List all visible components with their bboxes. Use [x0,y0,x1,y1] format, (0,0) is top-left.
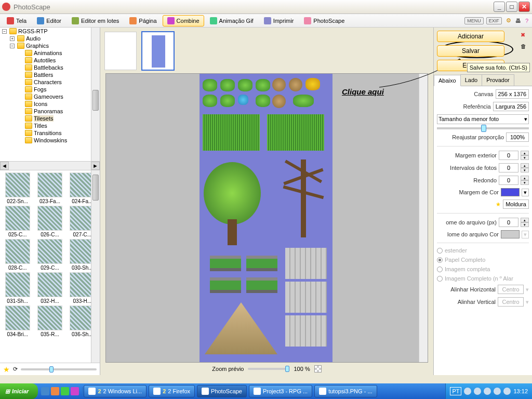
thumbnail-item[interactable]: 025-C... [2,206,33,237]
tree-item-autotiles[interactable]: Autotiles [18,57,100,64]
tray-icon[interactable] [494,388,501,395]
round-input[interactable]: 0 [499,176,518,185]
zoom-slider[interactable] [248,368,289,370]
combine-thumb-2[interactable] [142,32,174,70]
clock[interactable]: 13:12 [513,388,528,394]
thumbnail-item[interactable]: 022-Sn... [2,172,33,204]
tree-item-transitions[interactable]: Transitions [18,129,100,137]
minimize-button[interactable]: _ [494,2,505,12]
tree-item-windowskins[interactable]: Windowskins [18,137,100,144]
toolbar-tab-página[interactable]: Página [125,15,161,26]
maximize-button[interactable]: □ [506,2,517,12]
tab-provador[interactable]: Provador [482,74,514,86]
toolbar-tab-editor-em-lotes[interactable]: Editor em lotes [67,15,124,26]
tree-hscroll[interactable]: ◄► [0,161,100,170]
spinner-buttons[interactable]: ▴▾ [521,151,529,160]
tree-item-battlebacks[interactable]: Battlebacks [18,64,100,71]
taskbar-task[interactable]: Project3 - RPG ... [249,385,312,397]
thumbnail-item[interactable]: 034-Bri... [2,305,33,337]
size-dropdown[interactable]: Tamanho da menor foto▾ [437,114,529,124]
tree-item-panoramas[interactable]: Panoramas [18,108,100,115]
canvas-vscroll[interactable] [419,74,428,362]
folder-tree[interactable]: −RGSS-RTP +Audio −Graphics AnimationsAut… [0,28,100,170]
toolbar-tab-imprimir[interactable]: Imprimir [259,15,299,26]
tray-icon[interactable] [464,388,471,395]
tree-item-fogs[interactable]: Fogs [18,86,100,93]
tree-item-gameovers[interactable]: Gameovers [18,93,100,100]
tree-item-characters[interactable]: Characters [18,78,100,86]
collapse-icon[interactable]: − [10,44,15,48]
language-indicator[interactable]: PT [450,387,461,395]
ql-icon[interactable] [61,387,69,395]
trash-icon[interactable]: 🗑 [521,43,529,51]
toolbar-tab-animação-gif[interactable]: Animação Gif [205,15,258,26]
tree-item-tilesets[interactable]: Tilesets [18,115,100,122]
thumbnail-item[interactable]: 029-C... [34,239,65,271]
tree-vscroll[interactable] [91,28,100,161]
tree-graphics[interactable]: Graphics [26,43,49,49]
thumbnail-item[interactable]: 026-C... [34,206,65,237]
spinner-buttons[interactable]: ▴▾ [521,218,529,227]
exif-chip[interactable]: EXIF [486,17,502,24]
zoom-checker-icon[interactable] [314,365,322,373]
toolbar-tab-tela[interactable]: Tela [2,15,31,26]
taskbar-task[interactable]: 2 2 Windows Li... [84,385,147,397]
margin-exterior-input[interactable]: 0 [499,151,518,160]
canvas-viewport[interactable] [105,73,428,363]
settings-icon[interactable]: ⚙ [506,17,511,24]
tray-icon[interactable] [474,388,481,395]
tree-item-icons[interactable]: Icons [18,100,100,108]
tree-root[interactable]: RGSS-RTP [18,28,48,34]
ql-icon[interactable] [41,387,49,395]
collapse-icon[interactable]: − [2,29,7,34]
delete-icon[interactable]: ✖ [521,32,529,40]
tree-item-battlers[interactable]: Battlers [18,71,100,78]
expand-icon[interactable]: + [10,36,15,41]
refresh-icon[interactable]: ⟳ [13,366,18,373]
tray-icon[interactable] [503,388,511,395]
radio-imagem-completo-alar: Imagem Completo (n º Alar [437,275,529,282]
combine-thumb-1[interactable] [104,32,137,70]
ql-icon[interactable] [71,387,79,395]
tree-audio[interactable]: Audio [26,35,41,42]
save-button[interactable]: Salvar [437,45,504,57]
menu-chip[interactable]: MENU [464,17,484,24]
thumb-size-slider[interactable] [21,368,97,370]
thumbnail-item[interactable]: 031-Sh... [2,272,33,304]
tab-lado[interactable]: Lado [460,74,482,86]
taskbar-task[interactable]: tutopsi3.PNG - ... [314,385,377,397]
taskbar-task[interactable]: PhotoScape [197,385,247,397]
add-button[interactable]: Adicionar [437,31,504,42]
size-slider[interactable] [437,127,529,129]
tray-icon[interactable] [484,388,491,395]
chevron-down-icon[interactable]: ▾ [522,189,529,196]
taskbar-task[interactable]: 2 2 Firefox [149,385,195,397]
thumbnail-item[interactable]: 023-Fa... [34,172,65,204]
ql-icon[interactable] [51,387,59,395]
toolbar-tab-editor[interactable]: Editor [32,15,66,26]
tree-item-titles[interactable]: Titles [18,122,100,129]
intervals-input[interactable]: 0 [499,163,518,172]
start-button[interactable]: ⊞Iniciar [0,383,38,399]
thumbnail-item[interactable]: 032-H... [34,272,65,304]
margin-color-swatch[interactable] [501,188,520,196]
star-icon: ★ [496,201,501,208]
spinner-buttons[interactable]: ▴▾ [521,163,529,172]
thumbs-vscroll[interactable] [91,170,100,363]
thumbnail-item[interactable]: 028-C... [2,239,33,271]
frame-button[interactable]: Moldura [503,200,529,209]
toolbar-tab-combine[interactable]: Combine [163,15,204,26]
close-button[interactable]: ✕ [518,2,530,12]
folder-icon [25,50,32,56]
ratio-value[interactable]: 100% [506,132,529,142]
thumbnail-item[interactable]: 035-R... [34,305,65,337]
help-icon[interactable]: ? [525,18,528,24]
toolbar-tab-photoscape[interactable]: PhotoScape [299,15,349,26]
tree-item-animations[interactable]: Animations [18,49,100,57]
print-icon[interactable]: 🖶 [515,18,521,24]
star-icon[interactable]: ★ [3,365,10,374]
spinner-buttons[interactable]: ▴▾ [521,176,529,185]
thumbnail-grid[interactable]: 022-Sn...023-Fa...024-Fa...025-C...026-C… [0,170,100,363]
filename-px-input[interactable]: 0 [499,218,518,227]
tab-abaixo[interactable]: Abaixo [434,75,461,86]
